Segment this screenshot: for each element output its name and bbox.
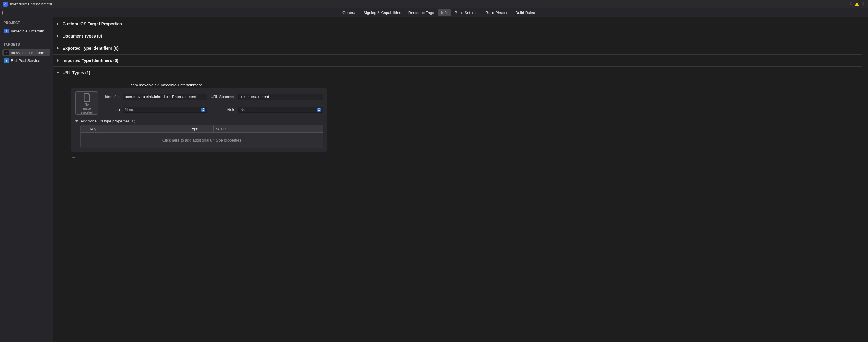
icon-select-value: None <box>125 107 134 112</box>
tab-info[interactable]: Info <box>438 9 451 16</box>
app-icon: A <box>3 2 8 6</box>
icon-select[interactable]: None <box>123 107 208 113</box>
url-icon-well[interactable]: No image specified <box>75 92 98 115</box>
url-type-title: com.movableink.Inkredible-Entertainment <box>130 83 856 87</box>
image-placeholder-l3: specified <box>81 111 92 114</box>
sidebar-header-project: PROJECT <box>2 21 51 25</box>
tab-build-settings[interactable]: Build Settings <box>451 9 482 16</box>
tab-general[interactable]: General <box>339 9 360 16</box>
project-icon: A <box>4 29 9 33</box>
sidebar-header-targets: TARGETS <box>2 43 51 46</box>
additional-properties-label: Additional url type properties (0) <box>81 119 135 123</box>
add-url-type-button[interactable]: ＋ <box>71 154 77 160</box>
warning-icon[interactable] <box>855 2 859 6</box>
target-ext-label: RichPushService <box>11 58 40 63</box>
tab-build-phases[interactable]: Build Phases <box>482 9 512 16</box>
section-exported-types-label: Exported Type Identifiers (0) <box>63 46 119 50</box>
col-type: Type <box>187 126 214 132</box>
tab-signing[interactable]: Signing & Capabilities <box>360 9 404 16</box>
table-empty-row[interactable]: Click here to add additional url type pr… <box>81 133 323 148</box>
role-select[interactable]: None <box>239 107 323 113</box>
section-custom-properties[interactable]: Custom iOS Target Properties <box>53 18 862 30</box>
url-schemes-field[interactable] <box>239 94 323 100</box>
nav-back-icon[interactable] <box>849 1 853 6</box>
section-document-types[interactable]: Document Types (0) <box>53 30 862 42</box>
project-item-label: Inkredible Entertain… <box>11 29 48 33</box>
image-placeholder-l1: No <box>85 103 89 106</box>
sidebar-item-target-app[interactable]: ∞ Inkredible Entertain… <box>2 49 51 56</box>
url-schemes-label: URL Schemes <box>211 95 235 99</box>
chevron-right-icon <box>56 59 60 62</box>
target-app-icon: ∞ <box>4 50 9 55</box>
col-value: Value <box>214 126 323 132</box>
tab-build-rules[interactable]: Build Rules <box>512 9 538 16</box>
role-label: Role <box>211 107 235 112</box>
chevron-down-icon <box>75 119 79 123</box>
additional-properties-toggle[interactable]: Additional url type properties (0) <box>75 119 323 123</box>
section-imported-types[interactable]: Imported Type Identifiers (0) <box>53 55 862 67</box>
icon-label: Icon <box>105 107 120 112</box>
section-imported-types-label: Imported Type Identifiers (0) <box>63 58 118 63</box>
select-arrows-icon <box>317 107 321 112</box>
url-types-content: com.movableink.Inkredible-Entertainment … <box>53 79 862 168</box>
identifier-label: Identifier <box>105 95 120 99</box>
image-placeholder-l2: image <box>83 107 91 110</box>
section-url-types[interactable]: URL Types (1) <box>53 67 862 79</box>
tab-resource-tags[interactable]: Resource Tags <box>405 9 438 16</box>
sidebar-item-project[interactable]: A Inkredible Entertain… <box>2 27 51 35</box>
select-arrows-icon <box>201 107 206 112</box>
table-header: Key Type Value <box>81 126 323 133</box>
window-title: Inkredible Entertainment <box>10 2 52 6</box>
section-document-types-label: Document Types (0) <box>63 34 102 38</box>
chevron-right-icon <box>56 22 60 26</box>
section-exported-types[interactable]: Exported Type Identifiers (0) <box>53 42 862 55</box>
extension-icon <box>4 58 9 63</box>
target-app-label: Inkredible Entertain… <box>11 50 48 55</box>
main-content: Custom iOS Target Properties Document Ty… <box>53 17 868 342</box>
chevron-right-icon <box>56 34 60 38</box>
titlebar: A Inkredible Entertainment <box>0 0 868 8</box>
sidebar-item-target-ext[interactable]: RichPushService <box>2 57 51 64</box>
section-url-types-label: URL Types (1) <box>63 70 90 75</box>
additional-properties-table: Key Type Value Click here to add additio… <box>81 125 323 148</box>
chevron-right-icon <box>56 46 60 50</box>
sidebar-toggle-icon[interactable] <box>2 11 7 15</box>
section-custom-label: Custom iOS Target Properties <box>63 22 122 26</box>
tabbar: General Signing & Capabilities Resource … <box>0 8 868 17</box>
nav-forward-icon[interactable] <box>861 1 865 6</box>
sidebar: PROJECT A Inkredible Entertain… TARGETS … <box>0 17 53 342</box>
chevron-down-icon <box>56 71 60 74</box>
col-key: Key <box>81 126 187 132</box>
role-select-value: None <box>241 107 250 112</box>
identifier-field[interactable] <box>123 94 208 100</box>
url-type-card: No image specified Identifier URL Scheme… <box>71 89 327 151</box>
